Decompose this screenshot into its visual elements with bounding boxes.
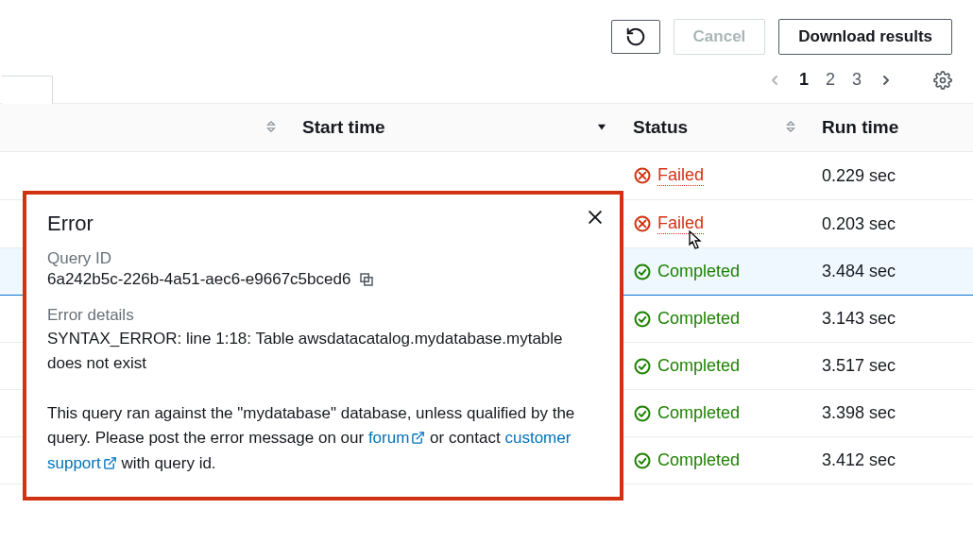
error-details: SYNTAX_ERROR: line 1:18: Table awsdataca…: [47, 327, 599, 476]
external-link-icon: [103, 456, 117, 470]
error-details-label: Error details: [47, 306, 599, 325]
svg-line-21: [418, 433, 424, 439]
svg-marker-1: [268, 122, 275, 126]
cell-run-time: 3.412 sec: [812, 437, 973, 484]
status-text: Failed: [657, 165, 704, 186]
copy-query-id-button[interactable]: [358, 271, 375, 288]
column-label: Status: [633, 117, 688, 137]
chevron-left-icon: [767, 73, 782, 88]
status-text: Completed: [657, 356, 740, 376]
external-link-icon: [411, 431, 425, 445]
cell-status: Completed: [623, 437, 812, 484]
toolbar: Cancel Download results: [0, 0, 973, 64]
status-badge[interactable]: Completed: [633, 450, 803, 470]
pagination: 1 2 3: [0, 64, 973, 103]
svg-marker-5: [788, 128, 794, 132]
error-popover: Error Query ID 6a242b5c-226b-4a51-aec6-e…: [23, 191, 623, 501]
column-header-start-time[interactable]: Start time: [293, 104, 623, 152]
svg-point-16: [636, 453, 650, 467]
close-button[interactable]: [586, 208, 605, 230]
cell-status: Completed: [623, 248, 812, 296]
status-text: Completed: [657, 262, 740, 281]
download-results-button[interactable]: Download results: [778, 19, 952, 55]
cell-status: Completed: [623, 343, 812, 390]
query-id-label: Query ID: [47, 249, 599, 268]
svg-point-12: [636, 264, 650, 279]
error-details-text-2: or contact: [425, 429, 504, 447]
svg-marker-4: [788, 122, 794, 126]
cell-status: Failed: [623, 200, 812, 248]
error-details-message: SYNTAX_ERROR: line 1:18: Table awsdataca…: [47, 327, 599, 377]
sort-icon: [784, 117, 797, 138]
page-prev[interactable]: [767, 73, 782, 88]
cancel-button[interactable]: Cancel: [674, 19, 766, 55]
svg-point-15: [636, 406, 650, 420]
svg-point-13: [636, 312, 650, 326]
svg-point-0: [941, 77, 946, 82]
error-title: Error: [47, 212, 599, 236]
gear-icon: [933, 71, 952, 90]
sort-icon: [265, 117, 278, 138]
status-text: Completed: [657, 309, 740, 329]
check-circle-icon: [633, 263, 652, 281]
status-badge[interactable]: Completed: [633, 309, 803, 329]
check-circle-icon: [633, 404, 652, 423]
page-3[interactable]: 3: [852, 70, 862, 90]
cell-status: Failed: [623, 152, 812, 200]
svg-point-14: [636, 359, 650, 373]
page-next[interactable]: [879, 73, 894, 88]
sort-desc-icon: [595, 117, 608, 138]
svg-line-22: [109, 458, 115, 465]
column-header-run-time[interactable]: Run time: [812, 104, 973, 152]
column-header-status[interactable]: Status: [623, 104, 812, 152]
status-text: Completed: [657, 450, 740, 470]
refresh-icon: [625, 26, 646, 47]
settings-button[interactable]: [933, 71, 952, 90]
svg-marker-2: [268, 128, 275, 132]
cell-run-time: 0.203 sec: [812, 200, 973, 248]
cell-status: Completed: [623, 296, 812, 343]
cell-run-time: 3.143 sec: [812, 296, 973, 343]
error-circle-icon: [633, 166, 652, 185]
check-circle-icon: [633, 310, 652, 329]
close-icon: [586, 208, 605, 227]
cell-status: Completed: [623, 390, 812, 437]
page-1[interactable]: 1: [799, 70, 809, 90]
status-badge[interactable]: Completed: [633, 403, 803, 423]
cell-run-time: 3.484 sec: [812, 248, 973, 296]
status-badge[interactable]: Failed: [633, 165, 803, 186]
status-text: Completed: [657, 403, 740, 423]
chevron-right-icon: [879, 73, 894, 88]
check-circle-icon: [633, 357, 652, 376]
copy-icon: [358, 271, 375, 288]
status-badge[interactable]: Completed: [633, 356, 803, 376]
cell-run-time: 3.517 sec: [812, 343, 973, 390]
svg-marker-3: [598, 125, 606, 130]
error-details-text-3: with query id.: [117, 454, 216, 472]
refresh-button[interactable]: [611, 20, 660, 54]
column-label: Start time: [302, 117, 385, 137]
status-text: Failed: [657, 213, 704, 234]
status-badge[interactable]: Completed: [633, 262, 803, 281]
status-badge[interactable]: Failed: [633, 213, 803, 234]
query-id-value: 6a242b5c-226b-4a51-aec6-e9667c5bced6: [47, 270, 350, 289]
page-2[interactable]: 2: [826, 70, 835, 90]
column-label: Run time: [822, 117, 898, 137]
error-circle-icon: [633, 214, 652, 233]
check-circle-icon: [633, 451, 652, 470]
cell-run-time: 3.398 sec: [812, 390, 973, 437]
column-header-unnamed[interactable]: [0, 104, 293, 152]
cell-run-time: 0.229 sec: [812, 152, 973, 200]
forum-link[interactable]: forum: [368, 429, 425, 447]
